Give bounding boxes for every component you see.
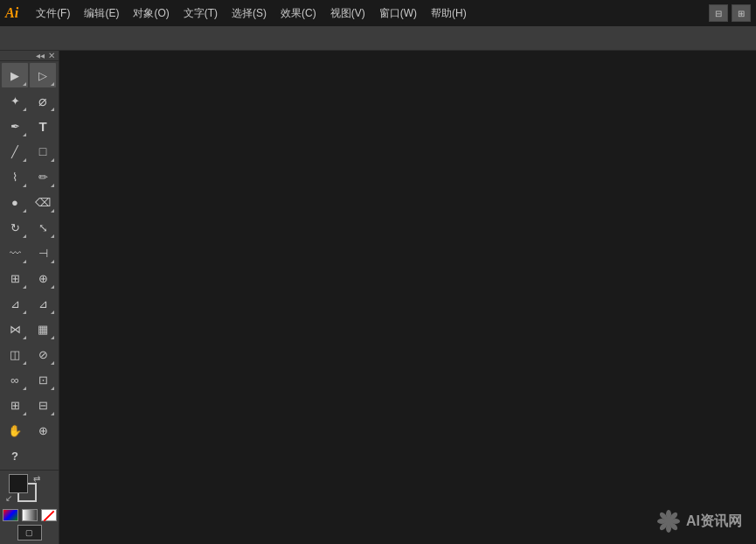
color-swatches: ↙ ⇄ xyxy=(2,474,57,506)
screen-mode-button[interactable]: ▢ xyxy=(17,525,42,541)
toolbox: ◂◂ ✕ ▶▷✦⌀✒T╱□⌇✏●⌫↻⤡〰⊣⊞⊕⊿⊿⋈▦◫⊘∞⊡⊞⊟✋⊕? ↙ ⇄ xyxy=(0,51,59,544)
magic-wand-tool[interactable]: ✦ xyxy=(2,88,28,113)
width-tool[interactable]: ⊣ xyxy=(30,241,56,265)
perspective-grid-tool[interactable]: ⊿ xyxy=(2,291,28,316)
watermark-text: AI资讯网 xyxy=(686,513,742,531)
live-paint-bucket-tool[interactable]: ⊡ xyxy=(30,367,56,392)
line-tool[interactable]: ╱ xyxy=(2,139,28,164)
color-mode-button[interactable] xyxy=(3,509,18,521)
title-bar: Ai 文件(F)编辑(E)对象(O)文字(T)选择(S)效果(C)视图(V)窗口… xyxy=(0,0,756,26)
eyedropper-tool[interactable]: ⊘ xyxy=(30,342,56,366)
blend-tool[interactable]: ∞ xyxy=(2,367,28,392)
question-tool[interactable]: ? xyxy=(2,443,28,468)
pencil-tool[interactable]: ✏ xyxy=(30,164,56,189)
type-tool[interactable]: T xyxy=(30,114,56,138)
selection-tool[interactable]: ▶ xyxy=(2,63,28,87)
menu-item-select[interactable]: 选择(S) xyxy=(225,4,274,23)
direct-selection-tool[interactable]: ▷ xyxy=(30,63,56,87)
menu-item-file[interactable]: 文件(F) xyxy=(29,4,77,23)
arrange-windows-button[interactable]: ⊟ xyxy=(709,4,728,22)
artboard-tool[interactable]: ⊞ xyxy=(2,393,28,417)
free-transform-tool[interactable]: ⊞ xyxy=(2,266,28,290)
menu-item-window[interactable]: 窗口(W) xyxy=(372,4,424,23)
slice-tool[interactable]: ⊟ xyxy=(30,393,56,417)
warp-tool[interactable]: 〰 xyxy=(2,241,28,265)
watermark: AI资讯网 xyxy=(656,509,742,534)
none-mode-button[interactable] xyxy=(41,509,57,521)
fill-swatch[interactable] xyxy=(9,474,28,493)
chart-tool[interactable]: ▦ xyxy=(30,317,56,341)
menu-item-effect[interactable]: 效果(C) xyxy=(274,4,323,23)
hand-tool[interactable]: ✋ xyxy=(2,418,28,443)
eraser-tool[interactable]: ⌫ xyxy=(30,190,56,214)
title-bar-controls: ⊟ ⊞ xyxy=(709,4,751,22)
paintbrush-tool[interactable]: ⌇ xyxy=(2,164,28,189)
blob-brush-tool[interactable]: ● xyxy=(2,190,28,214)
app-logo: Ai xyxy=(5,5,18,21)
menu-item-edit[interactable]: 编辑(E) xyxy=(77,4,126,23)
mode-buttons xyxy=(2,509,57,521)
tool-grid: ▶▷✦⌀✒T╱□⌇✏●⌫↻⤡〰⊣⊞⊕⊿⊿⋈▦◫⊘∞⊡⊞⊟✋⊕? xyxy=(0,61,59,470)
toolbox-bottom: ↙ ⇄ ▢ xyxy=(0,470,59,544)
shape-builder-tool[interactable]: ⊕ xyxy=(30,266,56,290)
gradient-tool[interactable]: ◫ xyxy=(2,342,28,366)
zoom-tool[interactable]: ⊕ xyxy=(30,418,56,443)
mesh-tool[interactable]: ⋈ xyxy=(2,317,28,341)
scale-tool[interactable]: ⤡ xyxy=(30,215,56,240)
pen-tool[interactable]: ✒ xyxy=(2,114,28,138)
control-bar xyxy=(0,26,756,51)
perspective-selection-tool[interactable]: ⊿ xyxy=(30,291,56,316)
menu-item-help[interactable]: 帮助(H) xyxy=(424,4,474,23)
lasso-tool[interactable]: ⌀ xyxy=(30,88,56,113)
main-area: ◂◂ ✕ ▶▷✦⌀✒T╱□⌇✏●⌫↻⤡〰⊣⊞⊕⊿⊿⋈▦◫⊘∞⊡⊞⊟✋⊕? ↙ ⇄ xyxy=(0,51,756,544)
gradient-mode-button[interactable] xyxy=(22,509,38,521)
rectangle-tool[interactable]: □ xyxy=(30,139,56,164)
toolbox-collapse-button[interactable]: ◂◂ xyxy=(36,51,45,60)
menu-item-text[interactable]: 文字(T) xyxy=(177,4,225,23)
rotate-tool[interactable]: ↻ xyxy=(2,215,28,240)
menu-item-object[interactable]: 对象(O) xyxy=(126,4,176,23)
toolbox-header: ◂◂ ✕ xyxy=(0,51,59,61)
menu-item-view[interactable]: 视图(V) xyxy=(323,4,372,23)
watermark-icon xyxy=(656,509,681,534)
reset-colors-button[interactable]: ↙ xyxy=(5,493,12,503)
canvas-area: AI资讯网 xyxy=(59,51,756,544)
toolbox-close-button[interactable]: ✕ xyxy=(48,51,55,60)
workspace-button[interactable]: ⊞ xyxy=(732,4,751,22)
menu-bar: 文件(F)编辑(E)对象(O)文字(T)选择(S)效果(C)视图(V)窗口(W)… xyxy=(29,4,709,23)
